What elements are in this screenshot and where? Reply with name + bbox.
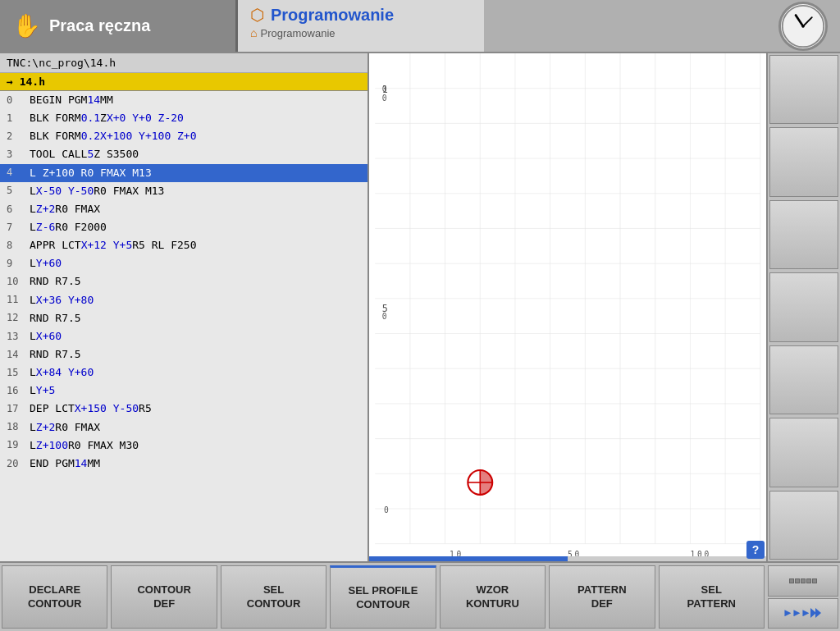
praca-reczna-title: Praca ręczna [49, 16, 150, 35]
code-line-5[interactable]: 5 L X-50 Y-50 R0 FMAX M13 [0, 182, 368, 200]
programowanie-tab[interactable]: ⬡ Programowanie ⌂ Programowanie [238, 0, 484, 52]
code-line-8[interactable]: 8 APPR LCT X+12 Y+5 R5 RL F250 [0, 236, 368, 254]
bottom-right-buttons [766, 563, 840, 631]
small-btn-bottom[interactable] [768, 598, 838, 629]
side-btn-5[interactable] [769, 345, 838, 414]
code-line-10[interactable]: 10 RND R7.5 [0, 272, 368, 290]
code-line-9[interactable]: 9 L Y+60 [0, 254, 368, 272]
main-content: TNC:\nc_prog\14.h 14.h 0 BEGIN PGM 14 MM… [0, 53, 840, 561]
svg-point-3 [801, 25, 805, 28]
code-line-18[interactable]: 18 L Z+2 R0 FMAX [0, 418, 368, 437]
side-btn-2[interactable] [769, 127, 838, 196]
sel-profile-contour-button[interactable]: SEL PROFILECONTOUR [330, 565, 436, 629]
programowanie-title: Programowanie [271, 6, 394, 25]
double-arrow-icon [810, 608, 822, 618]
code-line-13[interactable]: 13 L X+60 [0, 327, 368, 345]
side-btn-1[interactable] [769, 55, 838, 124]
clock-area [766, 0, 840, 52]
svg-marker-47 [815, 608, 821, 618]
file-tab[interactable]: 14.h [0, 73, 368, 91]
code-line-6[interactable]: 6 L Z+2 R0 FMAX [0, 200, 368, 218]
pattern-def-button[interactable]: PATTERNDEF [549, 565, 655, 629]
code-line-0[interactable]: 0 BEGIN PGM 14 MM [0, 91, 368, 109]
home-icon: ⌂ [250, 26, 257, 39]
code-line-2[interactable]: 2 BLK FORM 0.2 X+100 Y+100 Z+0 [0, 127, 368, 145]
side-btn-7[interactable] [769, 491, 838, 560]
arrow-right-icon [783, 608, 822, 618]
file-path-bar: TNC:\nc_prog\14.h [0, 53, 368, 73]
left-panel: TNC:\nc_prog\14.h 14.h 0 BEGIN PGM 14 MM… [0, 53, 369, 561]
code-line-14[interactable]: 14 RND R7.5 [0, 345, 368, 364]
code-line-20[interactable]: 20 END PGM 14 MM [0, 455, 368, 473]
code-line-7[interactable]: 7 L Z-6 R0 F2000 [0, 218, 368, 236]
code-line-1[interactable]: 1 BLK FORM 0.1 Z X+0 Y+0 Z-20 [0, 109, 368, 127]
hand-icon: ✋ [12, 12, 41, 39]
sel-pattern-button[interactable]: SELPATTERN [659, 565, 765, 629]
code-line-11[interactable]: 11 L X+36 Y+80 [0, 291, 368, 309]
contour-def-button[interactable]: CONTOURDEF [111, 565, 217, 629]
praca-reczna-section: ✋ Praca ręczna [0, 0, 238, 52]
svg-text:0: 0 [382, 85, 387, 94]
code-line-19[interactable]: 19 L Z+100 R0 FMAX M30 [0, 437, 368, 455]
programowanie-icon: ⬡ [250, 5, 264, 25]
code-line-3[interactable]: 3 TOOL CALL 5 Z S3500 [0, 145, 368, 163]
svg-text:0: 0 [384, 505, 389, 514]
help-icon[interactable]: ? [746, 541, 765, 559]
svg-text:0: 0 [382, 312, 387, 321]
right-panel: 1 0 0 5 0 0 1 0 5 0 1 0 0 [369, 53, 766, 561]
clock [778, 2, 828, 51]
side-btn-6[interactable] [769, 418, 838, 487]
svg-text:0: 0 [382, 94, 387, 103]
bottom-toolbar: DECLARE CONTOUR CONTOURDEF SELCONTOUR SE… [0, 561, 840, 631]
svg-rect-4 [375, 53, 760, 561]
side-btn-4[interactable] [769, 272, 838, 341]
far-right-panel [766, 53, 840, 561]
code-area[interactable]: 0 BEGIN PGM 14 MM 1 BLK FORM 0.1 Z X+0 Y… [0, 91, 368, 561]
side-btn-3[interactable] [769, 200, 838, 269]
code-line-12[interactable]: 12 RND R7.5 [0, 309, 368, 327]
code-line-17[interactable]: 17 DEP LCT X+150 Y-50 R5 [0, 400, 368, 418]
top-bar: ✋ Praca ręczna ⬡ Programowanie ⌂ Program… [0, 0, 840, 53]
small-btn-top[interactable] [768, 565, 838, 597]
svg-marker-46 [810, 608, 816, 618]
breadcrumb-text: Programowanie [260, 27, 335, 39]
code-line-16[interactable]: 16 L Y+5 [0, 382, 368, 400]
wzor-konturu-button[interactable]: WZORKONTURU [440, 565, 546, 629]
sel-contour-button[interactable]: SELCONTOUR [221, 565, 326, 629]
code-line-4[interactable]: 4 L Z+100 R0 FMAX M13 [0, 164, 368, 182]
declare-contour-button[interactable]: DECLARE CONTOUR [2, 565, 107, 629]
code-line-15[interactable]: 15 L X+84 Y+60 [0, 364, 368, 382]
graph-svg: 1 0 0 5 0 0 1 0 5 0 1 0 0 [369, 53, 766, 561]
